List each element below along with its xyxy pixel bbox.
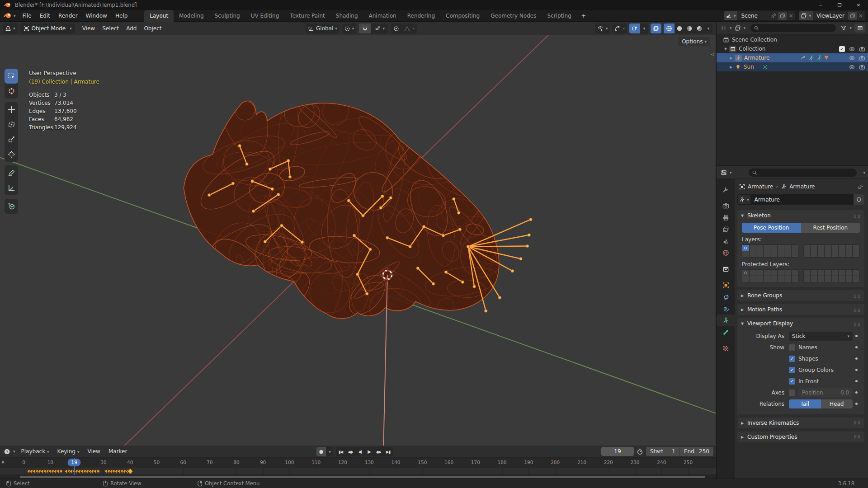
workspace-tab-uv-editing[interactable]: UV Editing xyxy=(245,10,285,22)
animate-dot[interactable] xyxy=(855,335,858,337)
workspace-tab-rendering[interactable]: Rendering xyxy=(402,10,440,22)
workspace-tab-sculpting[interactable]: Sculpting xyxy=(209,10,245,22)
viewport-menu-add[interactable]: Add xyxy=(123,24,140,33)
breadcrumb-object[interactable]: Armature xyxy=(748,183,773,190)
auto-keying-button[interactable]: ● xyxy=(316,447,326,456)
tool-move[interactable] xyxy=(5,102,18,117)
options-button[interactable]: Options▾ xyxy=(678,37,710,46)
use-preview-range-icon[interactable] xyxy=(637,448,643,455)
maximize-button[interactable]: ❐ xyxy=(830,0,849,10)
layer-cell[interactable] xyxy=(770,276,777,282)
datablock-browse-button[interactable]: ▾ xyxy=(737,194,751,205)
layer-cell[interactable] xyxy=(750,276,756,282)
layer-cell[interactable] xyxy=(846,245,853,251)
layer-cell[interactable] xyxy=(825,276,831,282)
mesh-object[interactable] xyxy=(184,67,526,349)
layer-cell[interactable] xyxy=(756,251,763,257)
shading-dropdown[interactable]: ▾ xyxy=(704,23,712,33)
hide-eye-icon[interactable] xyxy=(849,55,855,61)
outliner-row-collection[interactable]: ▼ Collection ✓ xyxy=(717,44,868,53)
layer-cell[interactable] xyxy=(756,245,763,251)
tab-world[interactable] xyxy=(717,247,735,258)
tab-physics[interactable] xyxy=(717,291,735,303)
layer-cell[interactable] xyxy=(804,245,811,251)
layer-cell[interactable] xyxy=(764,270,770,276)
disclosure-triangle[interactable]: ▶ xyxy=(728,65,734,69)
layer-cell[interactable] xyxy=(750,245,756,251)
layer-cell[interactable] xyxy=(792,251,798,257)
animate-dot[interactable] xyxy=(855,403,858,405)
layer-cell[interactable] xyxy=(846,276,853,282)
mode-dropdown[interactable]: Object Mode▾ xyxy=(20,23,75,33)
layer-cell[interactable] xyxy=(764,245,770,251)
layer-cell[interactable] xyxy=(784,251,791,257)
timeline-keyframe-track[interactable] xyxy=(0,468,716,475)
layer-cell[interactable] xyxy=(792,270,798,276)
animate-dot[interactable] xyxy=(855,357,858,360)
layer-cell[interactable] xyxy=(770,270,777,276)
panel-viewport-display-header[interactable]: ▼Viewport Display⣿⣿ xyxy=(737,318,864,329)
timeline-menu-marker[interactable]: Marker xyxy=(104,446,131,456)
pin-icon[interactable] xyxy=(771,13,777,19)
layer-cell[interactable] xyxy=(756,276,763,282)
workspace-tab-layout[interactable]: Layout xyxy=(144,10,174,22)
exclude-checkbox[interactable]: ✓ xyxy=(839,46,845,52)
proportional-edit-toggle[interactable] xyxy=(391,23,401,33)
tool-rotate[interactable] xyxy=(5,117,18,132)
viewport-canvas[interactable] xyxy=(0,22,716,446)
animate-dot[interactable] xyxy=(855,380,858,382)
animate-dot[interactable] xyxy=(855,369,858,371)
scene-browse-button[interactable]: ▾ xyxy=(724,11,738,20)
view-layer-copy-button[interactable] xyxy=(848,12,857,20)
keying-set-dropdown[interactable]: ▾ xyxy=(326,447,333,456)
timeline-menu-view[interactable]: View xyxy=(83,446,104,456)
render-camera-icon[interactable] xyxy=(859,55,865,61)
scrollbar-thumb[interactable] xyxy=(20,476,705,478)
hide-eye-icon[interactable] xyxy=(849,64,855,70)
pivot-point-dropdown[interactable]: ▾ xyxy=(342,23,357,33)
timeline-ruler[interactable]: 0102030405060708090100110120130140150160… xyxy=(0,458,716,468)
view-layer-selector[interactable]: ▾ ViewLayer ✕ xyxy=(799,11,865,20)
workspace-tab-compositing[interactable]: Compositing xyxy=(440,10,485,22)
view-layer-browse-button[interactable]: ▾ xyxy=(799,11,813,20)
workspace-tab-shading[interactable]: Shading xyxy=(330,10,363,22)
layer-cell[interactable] xyxy=(832,251,839,257)
animate-dot[interactable] xyxy=(855,391,858,394)
layer-cell[interactable] xyxy=(764,251,770,257)
tool-select-box[interactable] xyxy=(5,69,18,84)
playhead-frame-badge[interactable]: 19 xyxy=(68,459,81,466)
armature-layers-grid[interactable] xyxy=(742,244,860,258)
relations-head-button[interactable]: Head xyxy=(821,399,853,408)
layer-cell[interactable] xyxy=(811,251,817,257)
layer-cell[interactable] xyxy=(792,245,798,251)
layer-cell[interactable] xyxy=(853,245,859,251)
outliner-row-sun[interactable]: ▶ Sun xyxy=(717,62,868,71)
jump-to-start-button[interactable]: ▮◀ xyxy=(336,447,345,456)
layer-cell[interactable] xyxy=(742,245,749,251)
layer-cell[interactable] xyxy=(825,245,831,251)
layer-cell[interactable] xyxy=(818,251,825,257)
scene-selector[interactable]: ▾ Scene ✕ xyxy=(724,11,796,20)
layer-cell[interactable] xyxy=(818,270,825,276)
panel-bone-groups-header[interactable]: ▶Bone Groups⣿⣿ xyxy=(737,290,864,301)
workspace-tab-scripting[interactable]: Scripting xyxy=(542,10,576,22)
layer-cell[interactable] xyxy=(811,245,817,251)
layer-cell[interactable] xyxy=(846,251,853,257)
timeline-expand-arrow[interactable]: ▶ xyxy=(2,460,5,464)
layer-cell[interactable] xyxy=(778,251,784,257)
timeline-menu-keying[interactable]: Keying▾ xyxy=(53,446,84,456)
play-button[interactable]: ▶ xyxy=(364,447,374,456)
tool-scale[interactable] xyxy=(5,132,18,147)
menu-edit[interactable]: Edit xyxy=(36,11,54,21)
shading-material-button[interactable] xyxy=(684,23,694,33)
layer-cell[interactable] xyxy=(750,270,756,276)
tool-cursor[interactable] xyxy=(5,84,18,99)
layer-cell[interactable] xyxy=(818,245,825,251)
tab-collection[interactable] xyxy=(717,263,735,275)
scene-unlink-button[interactable]: ✕ xyxy=(788,13,793,19)
pose-position-button[interactable]: Pose Position xyxy=(742,223,801,233)
menu-file[interactable]: File xyxy=(19,11,36,21)
outliner-display-mode-button[interactable]: ▾ xyxy=(733,25,747,31)
layer-cell[interactable] xyxy=(784,276,791,282)
layer-cell[interactable] xyxy=(756,270,763,276)
